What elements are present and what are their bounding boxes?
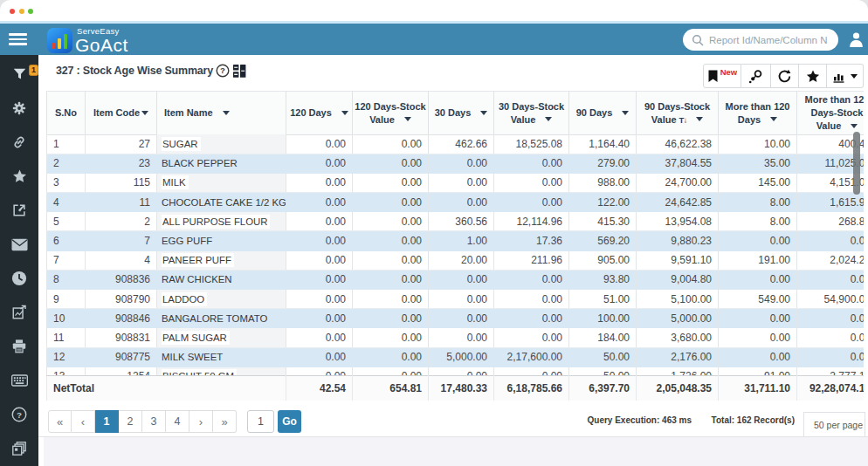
cell: 20.00 (429, 250, 494, 270)
table-row-2[interactable]: 223BLACK PEPPER0.000.000.000.00279.0037,… (47, 154, 865, 173)
sidebar-item-mail[interactable] (0, 233, 38, 259)
table-row-12[interactable]: 12908775MILK SWEET0.000.005,000.002,17,6… (47, 347, 865, 367)
window-zoom-dot[interactable] (28, 9, 33, 14)
column-header-30-days-stock-value[interactable]: 30 Days-StockValue (494, 92, 569, 135)
help-icon[interactable]: ? (216, 64, 230, 78)
column-header-more-than-120-days[interactable]: More than 120Days (719, 92, 797, 135)
refresh-button[interactable] (771, 64, 799, 88)
sort-caret-icon[interactable] (223, 111, 230, 115)
bookmark-new-button[interactable]: New (703, 64, 741, 88)
table-rows: 127SUGAR0.000.00462.6618,525.081,164.404… (47, 134, 865, 375)
sidebar-item-image-export[interactable] (0, 301, 38, 327)
report-table: S.NoItem CodeItem Name120 Days120 Days-S… (46, 91, 864, 401)
table-row-8[interactable]: 8908836RAW CHICKEN0.000.000.000.0093.809… (47, 270, 865, 289)
sidebar-item-printer[interactable] (0, 335, 38, 361)
query-execution-stat: Query Execution: 463 ms (588, 415, 692, 425)
sort-caret-icon[interactable] (851, 124, 858, 128)
column-header-30-days[interactable]: 30 Days (429, 92, 494, 135)
table-row-10[interactable]: 10908846BANGALORE TOMATO0.000.000.000.00… (47, 309, 865, 328)
sort-caret-icon[interactable] (622, 111, 629, 115)
cell: 0.00 (286, 328, 353, 347)
app-logo[interactable]: ServeEasy GoAct (47, 27, 128, 54)
user-icon[interactable] (849, 31, 864, 47)
table-row-6[interactable]: 67EGG PUFF0.000.001.0017.36569.209,880.2… (47, 231, 865, 250)
report-toolbar: New (703, 64, 864, 88)
cell: 0.00 (353, 290, 429, 309)
sidebar-item-link[interactable] (0, 131, 38, 157)
table-row-11[interactable]: 11908831PALM SUGAR0.000.000.000.00184.00… (47, 328, 865, 347)
next-page-button[interactable]: › (189, 410, 213, 433)
cell: 50.00 (569, 347, 637, 367)
cell: 0.00 (429, 367, 494, 375)
column-header-item-code[interactable]: Item Code (86, 92, 157, 135)
cell: BISCUIT 50 GM (157, 367, 286, 375)
cell: 0.00 (797, 309, 865, 328)
cell: 0.00 (353, 328, 429, 347)
first-page-button[interactable]: « (48, 410, 72, 433)
total-records-stat: Total: 162 Record(s) (712, 415, 795, 425)
table-row-13[interactable]: 131254BISCUIT 50 GM0.000.000.000.0050.00… (47, 367, 865, 375)
column-header-more-than-120-days-stock-value[interactable]: More than 120Days-StockValue (797, 92, 865, 135)
window-minimize-dot[interactable] (19, 9, 24, 14)
table-row-3[interactable]: 3115MILK0.000.000.000.00988.0024,700.001… (47, 173, 865, 192)
page-1-button[interactable]: 1 (95, 410, 119, 433)
column-header-item-name[interactable]: Item Name (157, 92, 286, 135)
cell: 0.00 (353, 154, 429, 173)
last-page-button[interactable]: » (213, 410, 237, 433)
column-header-s-no[interactable]: S.No (47, 92, 86, 135)
table-row-1[interactable]: 127SUGAR0.000.00462.6618,525.081,164.404… (47, 134, 865, 154)
page-2-button[interactable]: 2 (119, 410, 142, 433)
scatter-button[interactable] (741, 64, 771, 88)
page-4-button[interactable]: 4 (166, 410, 189, 433)
sidebar-item-filter[interactable]: 1 (0, 63, 38, 89)
cell: 0.00 (494, 270, 569, 289)
table-row-4[interactable]: 411CHOCOLATE CAKE 1/2 KG0.000.000.000.00… (47, 193, 865, 212)
sort-caret-icon[interactable] (480, 111, 487, 115)
image-export-icon (11, 305, 27, 324)
cell: 11 (86, 193, 157, 212)
cell: 988.00 (569, 173, 637, 192)
column-header-120-days-stock-value[interactable]: 120 Days-StockValue (353, 92, 429, 135)
sort-caret-icon[interactable] (404, 117, 411, 121)
sort-caret-icon[interactable] (341, 111, 348, 115)
sort-caret-icon[interactable] (141, 111, 148, 115)
column-header-120-days[interactable]: 120 Days (286, 92, 353, 135)
sort-caret-icon[interactable] (770, 117, 777, 121)
cell: 46,622.38 (637, 134, 719, 154)
sidebar-item-copies[interactable] (0, 437, 38, 463)
table-scrollbar-thumb[interactable] (853, 132, 860, 195)
window-close-dot[interactable] (10, 9, 15, 14)
layout-grid-icon[interactable] (233, 65, 246, 78)
mail-icon (11, 238, 28, 255)
search-input[interactable] (709, 35, 830, 45)
table-row-5[interactable]: 52ALL PURPOSE FLOUR0.000.00360.5612,114.… (47, 212, 865, 231)
net-total-value: 6,397.70 (569, 376, 637, 401)
sort-caret-icon[interactable] (545, 117, 552, 121)
table-row-7[interactable]: 74PANEER PUFF0.000.0020.00211.96905.009,… (47, 250, 865, 270)
cell: 0.00 (286, 193, 353, 212)
sidebar-item-clock[interactable] (0, 267, 38, 293)
page-input[interactable] (247, 410, 274, 433)
sort-caret-icon[interactable] (696, 117, 703, 121)
cell: 0.00 (429, 328, 494, 347)
go-button[interactable]: Go (278, 410, 301, 433)
cell: 0.00 (429, 270, 494, 289)
cell: 462.66 (429, 134, 494, 154)
sidebar-item-share[interactable] (0, 199, 38, 225)
menu-icon[interactable] (9, 33, 27, 45)
table-row-9[interactable]: 9908790LADDOO0.000.000.000.0051.005,100.… (47, 290, 865, 309)
star-button[interactable] (799, 64, 827, 88)
per-page-select[interactable]: 50 per page (803, 412, 865, 437)
sidebar-item-star[interactable] (0, 165, 38, 191)
sidebar-item-gear[interactable] (0, 97, 38, 123)
cell: CHOCOLATE CAKE 1/2 KG (157, 193, 286, 212)
column-header-90-days[interactable]: 90 Days (569, 92, 637, 135)
column-header-90-days-stock-value[interactable]: 90 Days-StockValue T↓ (637, 92, 719, 135)
cell: 0.00 (719, 328, 797, 347)
sidebar-item-keyboard[interactable] (0, 369, 38, 395)
chart-dropdown-button[interactable] (827, 64, 864, 88)
sidebar-item-help[interactable]: ? (0, 403, 38, 429)
page-3-button[interactable]: 3 (142, 410, 166, 433)
previous-page-button[interactable]: ‹ (72, 410, 95, 433)
svg-text:?: ? (220, 65, 225, 75)
